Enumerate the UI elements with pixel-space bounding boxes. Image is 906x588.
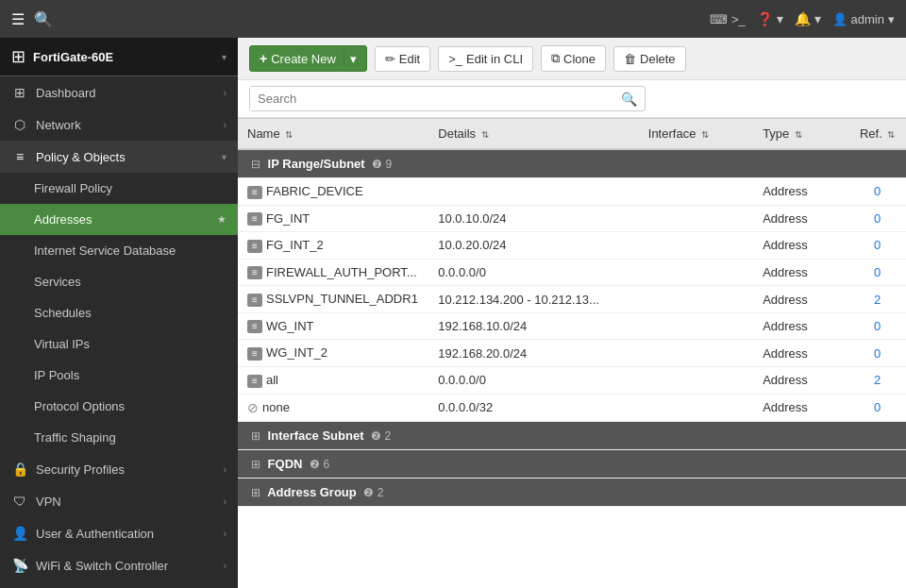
hamburger-icon[interactable]: ☰ (11, 10, 25, 28)
create-new-arrow-icon: ▾ (344, 52, 357, 66)
row-name-text: all (266, 373, 278, 387)
interface-sort-icon: ⇅ (701, 129, 709, 140)
sidebar-item-user-auth[interactable]: 👤 User & Authentication › (0, 517, 238, 549)
sidebar-item-virtual-ips[interactable]: Virtual IPs (0, 328, 238, 360)
cell-ref[interactable]: 0 (848, 232, 906, 260)
type-sort-icon: ⇅ (795, 129, 802, 140)
sidebar-item-dashboard[interactable]: ⊞ Dashboard › (0, 76, 238, 109)
cell-name: ≡SSLVPN_TUNNEL_ADDR1 (238, 286, 428, 313)
table-row[interactable]: ≡FG_INT_2 10.0.20.0/24 Address 0 (238, 232, 906, 260)
policy-icon: ≡ (11, 149, 28, 164)
notification-bell[interactable]: 🔔 ▾ (795, 11, 821, 26)
delete-button[interactable]: 🗑 Delete (613, 46, 686, 72)
cell-type: Address (753, 312, 848, 340)
col-header-details[interactable]: Details ⇅ (428, 119, 639, 150)
cell-ref[interactable]: 0 (848, 312, 906, 340)
addresses-table: Name ⇅ Details ⇅ Interface ⇅ Type ⇅ Ref.… (238, 118, 906, 507)
cell-ref[interactable]: 0 (848, 259, 906, 286)
table-row[interactable]: ≡all 0.0.0.0/0 Address 2 (238, 366, 906, 394)
cell-name: ⊘none (238, 394, 428, 422)
section-header-address-group[interactable]: ⊞ Address Group ❷ 2 (238, 479, 906, 507)
sidebar-item-system[interactable]: ⚙ System › (0, 581, 238, 588)
create-new-button[interactable]: + Create New ▾ (249, 45, 367, 72)
ref-count-link[interactable]: 0 (874, 211, 881, 226)
cell-ref[interactable]: 2 (848, 366, 906, 394)
cell-name: ≡WG_INT_2 (238, 340, 428, 367)
sidebar-item-protocol-options[interactable]: Protocol Options (0, 391, 238, 422)
cell-ref[interactable]: 0 (848, 205, 906, 232)
section-header-ip-range-subnet[interactable]: ⊟ IP Range/Subnet ❷ 9 (238, 149, 906, 178)
cell-ref[interactable]: 0 (848, 340, 906, 367)
table-row[interactable]: ≡WG_INT_2 192.168.20.0/24 Address 0 (238, 340, 906, 367)
cell-ref[interactable]: 0 (848, 178, 906, 206)
admin-menu[interactable]: 👤 admin ▾ (832, 12, 895, 26)
section-row-ip-range-subnet[interactable]: ⊟ IP Range/Subnet ❷ 9 (238, 149, 906, 178)
section-header-fqdn[interactable]: ⊞ FQDN ❷ 6 (238, 450, 906, 479)
dashboard-icon: ⊞ (11, 85, 28, 100)
col-header-interface[interactable]: Interface ⇅ (639, 119, 753, 150)
cell-ref[interactable]: 0 (848, 394, 906, 422)
sidebar-item-network[interactable]: ⬡ Network › (0, 109, 238, 141)
table-row[interactable]: ≡SSLVPN_TUNNEL_ADDR1 10.212.134.200 - 10… (238, 286, 906, 313)
section-header-interface-subnet[interactable]: ⊞ Interface Subnet ❷ 2 (238, 422, 906, 450)
topbar-search-icon[interactable]: 🔍 (34, 10, 53, 28)
col-header-name[interactable]: Name ⇅ (238, 119, 428, 150)
dashboard-chevron: › (224, 88, 226, 98)
sidebar-item-firewall-policy[interactable]: Firewall Policy (0, 173, 238, 204)
sidebar-item-addresses[interactable]: Addresses ★ (0, 204, 238, 235)
cell-ref[interactable]: 2 (848, 286, 906, 313)
sidebar-item-schedules[interactable]: Schedules (0, 297, 238, 328)
ref-count-link[interactable]: 2 (874, 293, 881, 307)
help-button[interactable]: ❓ ▾ (757, 11, 783, 26)
ref-count-link[interactable]: 0 (874, 265, 881, 279)
cell-interface (639, 178, 753, 206)
section-row-fqdn[interactable]: ⊞ FQDN ❷ 6 (238, 450, 906, 479)
user-auth-chevron: › (224, 529, 226, 539)
sidebar-item-ip-pools[interactable]: IP Pools (0, 360, 238, 391)
sidebar-item-internet-service-db[interactable]: Internet Service Database (0, 235, 238, 266)
edit-button[interactable]: ✏ Edit (375, 46, 430, 72)
sidebar-item-wifi-switch[interactable]: 📡 WiFi & Switch Controller › (0, 549, 238, 581)
sidebar-item-services[interactable]: Services (0, 266, 238, 297)
sidebar-logo[interactable]: ⊞ FortiGate-60E ▾ (0, 38, 238, 76)
sidebar-label-schedules: Schedules (34, 306, 92, 320)
section-count-fqdn: ❷ 6 (310, 458, 329, 471)
col-header-ref[interactable]: Ref. ⇅ (848, 119, 906, 150)
section-count-ip-range-subnet: ❷ 9 (372, 158, 392, 171)
section-row-address-group[interactable]: ⊞ Address Group ❷ 2 (238, 479, 906, 507)
sidebar-item-vpn[interactable]: 🛡 VPN › (0, 485, 238, 517)
sidebar-label-firewall-policy: Firewall Policy (34, 181, 112, 195)
edit-in-cli-button[interactable]: >_ Edit in CLI (438, 46, 533, 72)
ref-count-link[interactable]: 2 (874, 373, 881, 387)
search-input[interactable] (250, 87, 613, 110)
table-row[interactable]: ≡FG_INT 10.0.10.0/24 Address 0 (238, 205, 906, 232)
sidebar-label-security-profiles: Security Profiles (36, 462, 125, 477)
col-header-type[interactable]: Type ⇅ (753, 119, 848, 150)
ref-count-link[interactable]: 0 (874, 184, 881, 198)
section-row-interface-subnet[interactable]: ⊞ Interface Subnet ❷ 2 (238, 422, 906, 450)
ref-sort-icon: ⇅ (887, 129, 895, 140)
cell-type: Address (753, 205, 848, 232)
cli-icon: >_ (448, 52, 462, 66)
cli-button[interactable]: ⌨ >_ (710, 12, 745, 26)
table-row[interactable]: ≡FIREWALL_AUTH_PORT... 0.0.0.0/0 Address… (238, 259, 906, 286)
search-submit-button[interactable]: 🔍 (613, 88, 645, 110)
ref-count-link[interactable]: 0 (874, 346, 881, 361)
sidebar-item-traffic-shaping[interactable]: Traffic Shaping (0, 422, 238, 453)
cell-details: 192.168.20.0/24 (428, 340, 639, 367)
sidebar-item-policy[interactable]: ≡ Policy & Objects ▾ (0, 141, 238, 173)
sidebar-label-virtual-ips: Virtual IPs (34, 337, 90, 351)
addresses-star-icon[interactable]: ★ (217, 213, 226, 226)
ref-count-link[interactable]: 0 (874, 238, 881, 252)
clone-button[interactable]: ⧉ Clone (541, 45, 606, 72)
ref-count-link[interactable]: 0 (874, 400, 881, 414)
details-sort-icon: ⇅ (481, 129, 489, 140)
ref-count-link[interactable]: 0 (874, 319, 881, 333)
sidebar-item-security-profiles[interactable]: 🔒 Security Profiles › (0, 453, 238, 485)
toolbar: + Create New ▾ ✏ Edit >_ Edit in CLI ⧉ C… (238, 38, 906, 80)
table-row[interactable]: ⊘none 0.0.0.0/32 Address 0 (238, 394, 906, 422)
cell-name: ≡FG_INT (238, 205, 428, 232)
row-name-text: WG_INT_2 (266, 345, 327, 360)
table-row[interactable]: ≡WG_INT 192.168.10.0/24 Address 0 (238, 312, 906, 340)
table-row[interactable]: ≡FABRIC_DEVICE Address 0 (238, 178, 906, 206)
